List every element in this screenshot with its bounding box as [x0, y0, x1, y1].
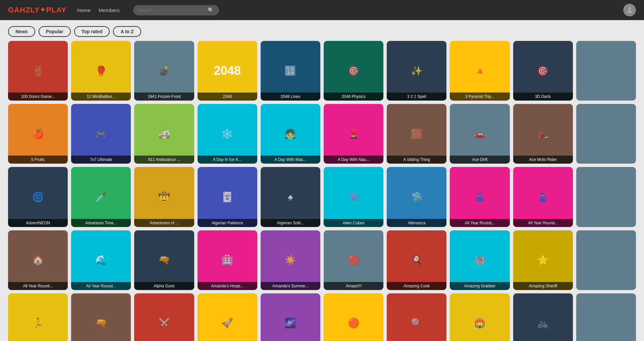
game-icon: 🃏: [198, 167, 257, 227]
svg-point-0: [628, 7, 631, 10]
game-card[interactable]: 👧 A Day With Mas...: [261, 104, 320, 164]
game-icon: 🔍: [387, 293, 446, 341]
logo-star: ✦: [40, 6, 46, 14]
game-card[interactable]: ♠️ Algerian Solit...: [261, 167, 320, 227]
game-title: Adventure Time...: [71, 219, 131, 227]
game-card[interactable]: 🟫 A Sliding Thing: [387, 104, 446, 164]
game-card[interactable]: 🏍️ Ace Moto Rider: [513, 104, 573, 164]
game-card[interactable]: 🔺 3 Pyramid Trip...: [450, 41, 509, 101]
game-icon: 👗: [513, 167, 573, 227]
game-icon: 🤠: [134, 167, 194, 227]
game-card[interactable]: [576, 167, 636, 227]
game-title: 911 Ambulance ...: [134, 156, 194, 164]
game-title: AdventNEON: [8, 219, 68, 227]
game-title: All Year Round...: [8, 282, 68, 290]
game-card[interactable]: 🔫 Alpha Guns: [134, 230, 194, 290]
game-icon: 🍳: [387, 230, 446, 290]
game-card[interactable]: 🍳 Amazing Cook: [387, 230, 446, 290]
game-card[interactable]: 🍎 5 Fruits: [8, 104, 68, 164]
game-icon: 👗: [450, 167, 509, 227]
game-title: 3 Pyramid Trip...: [450, 93, 509, 101]
game-title: Algerian Solit...: [261, 219, 320, 227]
game-card[interactable]: 🐙 Amazing Grabber: [450, 230, 509, 290]
game-title: A Day In Ice K...: [198, 156, 257, 164]
game-icon: 🌊: [71, 230, 131, 290]
game-icon: 🚀: [198, 293, 257, 341]
game-card[interactable]: 👗 All Year Round...: [513, 167, 573, 227]
game-icon: 🚑: [134, 104, 194, 164]
game-card[interactable]: 🔍 Among Us Find Us: [387, 293, 446, 341]
game-icon: 💄: [324, 104, 383, 164]
game-card[interactable]: 🗡️ Adventure Time...: [71, 167, 131, 227]
game-icon: 🏠: [8, 230, 68, 290]
game-card[interactable]: 🔢 2048 Lines: [261, 41, 320, 101]
game-title: Amaze!!!: [324, 282, 383, 290]
game-grid: 🚪 100 Doors Game... 🥊 12 MiniBattles... …: [0, 41, 644, 341]
search-input[interactable]: [138, 7, 205, 13]
game-card[interactable]: 👗 All Year Round...: [450, 167, 509, 227]
game-card[interactable]: 🏥 Amanda's Hospi...: [198, 230, 257, 290]
game-card[interactable]: ☀️ Amanda's Summe...: [261, 230, 320, 290]
game-icon: 🚪: [8, 41, 68, 101]
game-icon: ✨: [387, 41, 446, 101]
game-card[interactable]: 🏃 Among As Running: [8, 293, 68, 341]
game-card[interactable]: 🏟️ Among Us Arena.io: [450, 293, 509, 341]
game-icon: 👧: [261, 104, 320, 164]
game-card[interactable]: 🚪 100 Doors Game...: [8, 41, 68, 101]
game-card[interactable]: 🚗 Ace Drift: [450, 104, 509, 164]
game-icon: 🏥: [198, 230, 257, 290]
game-icon: 🗡️: [71, 167, 131, 227]
game-card[interactable]: 👾 Alien Cubes: [324, 167, 383, 227]
filter-top-rated[interactable]: Top rated: [74, 26, 110, 37]
game-card[interactable]: ⭐ Amazing Sheriff: [513, 230, 573, 290]
game-card[interactable]: ⚔️ Among Dungeon: [134, 293, 194, 341]
game-icon: 🏟️: [450, 293, 509, 341]
game-card[interactable]: [576, 293, 636, 341]
logo-text-1: GAHZLY: [8, 6, 40, 14]
game-card[interactable]: 🔴 Among U: Red I...: [324, 293, 383, 341]
game-card[interactable]: 🌊 All Year Round...: [71, 230, 131, 290]
game-card[interactable]: ✨ 3 2 1 Spell: [387, 41, 446, 101]
game-card[interactable]: 🤠 Adventures of ...: [134, 167, 194, 227]
game-title: Algerian Patience: [198, 219, 257, 227]
search-icon[interactable]: 🔍: [208, 7, 214, 13]
filter-bar: News Popular Top rated A to Z: [0, 20, 644, 41]
game-icon: 🏃: [8, 293, 68, 341]
game-title: 7x7 Ultimate: [71, 156, 131, 164]
search-bar[interactable]: 🔍: [133, 5, 219, 15]
filter-news[interactable]: News: [8, 26, 35, 37]
game-card[interactable]: 🛸 Alienanza: [387, 167, 446, 227]
game-icon: 🔴: [324, 293, 383, 341]
game-card[interactable]: [576, 230, 636, 290]
game-card[interactable]: 🥊 12 MiniBattles...: [71, 41, 131, 101]
game-card[interactable]: 🚑 911 Ambulance ...: [134, 104, 194, 164]
logo[interactable]: GAHZLY✦PLAY: [8, 6, 66, 14]
game-card[interactable]: 🚲 Among Us Bike ...: [513, 293, 573, 341]
game-card[interactable]: 🌌 Among Space Es...: [261, 293, 320, 341]
game-card[interactable]: 🎯 2048 Physics: [324, 41, 383, 101]
game-card[interactable]: [576, 104, 636, 164]
game-title: 3D Darts: [513, 93, 573, 101]
game-card[interactable]: 2048 2048: [198, 41, 257, 101]
game-icon: ❄️: [198, 104, 257, 164]
filter-popular[interactable]: Popular: [39, 26, 71, 37]
game-card[interactable]: 🃏 Algerian Patience: [198, 167, 257, 227]
game-title: All Year Round...: [513, 219, 573, 227]
nav-members[interactable]: Members: [99, 7, 120, 13]
game-card[interactable]: 🔫 Among Dash: [71, 293, 131, 341]
game-icon: 🔫: [134, 230, 194, 290]
game-card[interactable]: 🏠 All Year Round...: [8, 230, 68, 290]
game-card[interactable]: 🌀 AdventNEON: [8, 167, 68, 227]
game-icon: 🔺: [450, 41, 509, 101]
game-card[interactable]: 🎮 7x7 Ultimate: [71, 104, 131, 164]
game-card[interactable]: 💄 A Day With Nau...: [324, 104, 383, 164]
game-card[interactable]: ❄️ A Day In Ice K...: [198, 104, 257, 164]
avatar[interactable]: [623, 4, 636, 16]
filter-a-to-z[interactable]: A to Z: [113, 26, 141, 37]
game-card[interactable]: [576, 41, 636, 101]
game-card[interactable]: 💣 1941 Frozen Front: [134, 41, 194, 101]
game-card[interactable]: 🚀 Among Rescue: [198, 293, 257, 341]
game-card[interactable]: 🔴 Amaze!!!: [324, 230, 383, 290]
game-card[interactable]: 🎯 3D Darts: [513, 41, 573, 101]
nav-home[interactable]: Home: [77, 7, 91, 13]
